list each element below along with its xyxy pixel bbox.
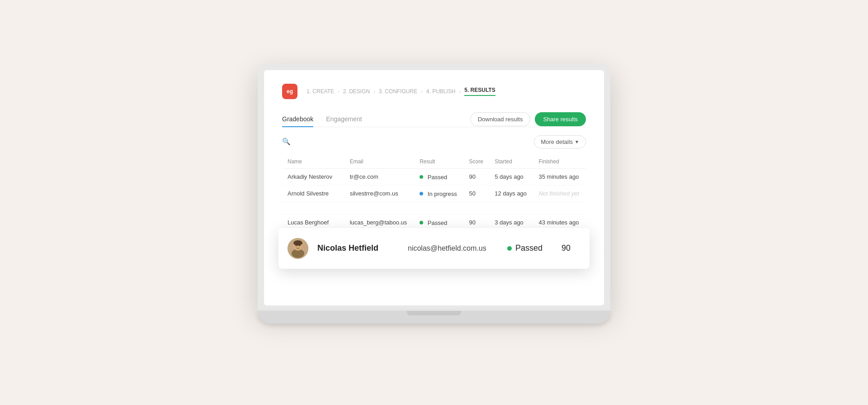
stepper-nav: eg 1. CREATE › 2. DESIGN › 3. CONFIGURE … [282, 84, 586, 99]
table-row[interactable]: Arnold Silvestre silvestrre@com.us In pr… [282, 185, 586, 202]
status-dot-green [420, 175, 423, 179]
col-started: Started [489, 155, 533, 169]
tab-gradebook[interactable]: Gradebook [282, 112, 313, 127]
table-row[interactable]: Arkadiy Nesterov tr@ce.com Passed 90 5 d… [282, 168, 586, 185]
col-name: Name [282, 155, 344, 169]
table-header-row: Name Email Result Score Started Finished [282, 155, 586, 169]
laptop-notch [407, 311, 461, 315]
app-logo: eg [282, 84, 297, 99]
svg-point-3 [293, 240, 302, 246]
cell-started: 12 days ago [489, 185, 533, 202]
step-create[interactable]: 1. CREATE [307, 88, 334, 95]
search-wrap: 🔍 [282, 138, 291, 146]
cell-started: 5 days ago [489, 168, 533, 185]
tabs-actions: Download results Share results [470, 112, 586, 126]
cell-finished: 35 minutes ago [533, 168, 586, 185]
avatar-image [288, 238, 308, 259]
spacer-row [282, 202, 586, 214]
col-email: Email [344, 155, 414, 169]
step-arrow-1: › [338, 89, 340, 94]
screen-inner: eg 1. CREATE › 2. DESIGN › 3. CONFIGURE … [264, 70, 604, 305]
cell-result: Passed [414, 168, 463, 185]
table-container: Name Email Result Score Started Finished [282, 155, 586, 266]
highlighted-row-overlay[interactable]: Nicolas Hetfield nicolas@hetfield.com.us… [278, 228, 590, 269]
cell-score: 90 [464, 168, 490, 185]
cell-name: Arnold Silvestre [282, 185, 344, 202]
overlay-result: Passed [507, 243, 561, 253]
overlay-status-dot [507, 246, 512, 251]
col-result: Result [414, 155, 463, 169]
col-finished: Finished [533, 155, 586, 169]
cell-finished: Not finished yet [533, 185, 586, 202]
svg-point-4 [296, 245, 297, 246]
app-content: eg 1. CREATE › 2. DESIGN › 3. CONFIGURE … [264, 70, 604, 305]
tab-engagement[interactable]: Engagement [326, 112, 362, 127]
avatar [288, 238, 308, 259]
cell-result: In progress [414, 185, 463, 202]
cell-email: silvestrre@com.us [344, 185, 414, 202]
col-score: Score [464, 155, 490, 169]
step-arrow-3: › [421, 89, 423, 94]
search-icon[interactable]: 🔍 [282, 138, 291, 146]
overlay-email: nicolas@hetfield.com.us [408, 244, 507, 253]
step-arrow-4: › [459, 89, 461, 94]
status-dot-green [420, 221, 423, 224]
cell-email: tr@ce.com [344, 168, 414, 185]
cell-score: 50 [464, 185, 490, 202]
laptop-wrapper: eg 1. CREATE › 2. DESIGN › 3. CONFIGURE … [231, 46, 637, 360]
step-arrow-2: › [373, 89, 375, 94]
toolbar: 🔍 More details ▼ [282, 135, 586, 148]
download-results-button[interactable]: Download results [470, 112, 531, 126]
step-publish[interactable]: 4. PUBLISH [426, 88, 456, 95]
svg-point-5 [299, 245, 300, 246]
overlay-score: 90 [561, 243, 604, 253]
share-results-button[interactable]: Share results [535, 112, 586, 126]
chevron-down-icon: ▼ [575, 139, 579, 144]
status-dot-blue [420, 192, 423, 195]
tabs-row: Gradebook Engagement Download results Sh… [282, 112, 586, 127]
laptop-base [258, 311, 610, 324]
step-design[interactable]: 2. DESIGN [343, 88, 370, 95]
laptop-screen: eg 1. CREATE › 2. DESIGN › 3. CONFIGURE … [258, 64, 610, 312]
step-results[interactable]: 5. RESULTS [464, 87, 495, 96]
overlay-name: Nicolas Hetfield [317, 243, 408, 253]
more-details-button[interactable]: More details ▼ [534, 135, 586, 148]
cell-name: Arkadiy Nesterov [282, 168, 344, 185]
step-configure[interactable]: 3. CONFIGURE [379, 88, 417, 95]
